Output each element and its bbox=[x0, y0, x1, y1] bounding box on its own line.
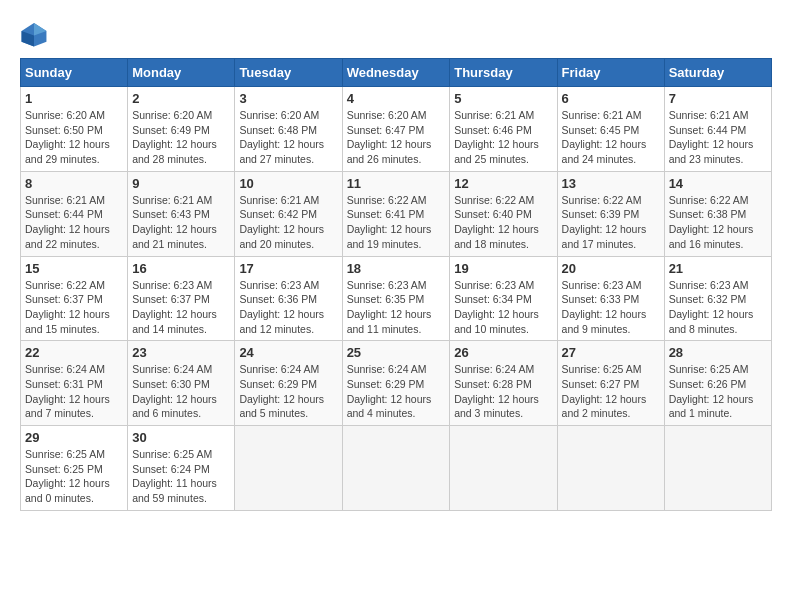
day-cell: 11Sunrise: 6:22 AM Sunset: 6:41 PM Dayli… bbox=[342, 171, 450, 256]
day-number: 10 bbox=[239, 176, 337, 191]
day-cell: 5Sunrise: 6:21 AM Sunset: 6:46 PM Daylig… bbox=[450, 87, 557, 172]
day-number: 4 bbox=[347, 91, 446, 106]
week-row-1: 1Sunrise: 6:20 AM Sunset: 6:50 PM Daylig… bbox=[21, 87, 772, 172]
week-row-5: 29Sunrise: 6:25 AM Sunset: 6:25 PM Dayli… bbox=[21, 426, 772, 511]
day-cell: 25Sunrise: 6:24 AM Sunset: 6:29 PM Dayli… bbox=[342, 341, 450, 426]
day-cell: 29Sunrise: 6:25 AM Sunset: 6:25 PM Dayli… bbox=[21, 426, 128, 511]
day-cell: 1Sunrise: 6:20 AM Sunset: 6:50 PM Daylig… bbox=[21, 87, 128, 172]
day-cell: 3Sunrise: 6:20 AM Sunset: 6:48 PM Daylig… bbox=[235, 87, 342, 172]
day-number: 2 bbox=[132, 91, 230, 106]
day-cell bbox=[450, 426, 557, 511]
day-cell: 30Sunrise: 6:25 AM Sunset: 6:24 PM Dayli… bbox=[128, 426, 235, 511]
day-info: Sunrise: 6:20 AM Sunset: 6:48 PM Dayligh… bbox=[239, 108, 337, 167]
column-header-monday: Monday bbox=[128, 59, 235, 87]
day-cell: 12Sunrise: 6:22 AM Sunset: 6:40 PM Dayli… bbox=[450, 171, 557, 256]
day-info: Sunrise: 6:24 AM Sunset: 6:31 PM Dayligh… bbox=[25, 362, 123, 421]
day-info: Sunrise: 6:22 AM Sunset: 6:38 PM Dayligh… bbox=[669, 193, 767, 252]
day-number: 3 bbox=[239, 91, 337, 106]
day-number: 24 bbox=[239, 345, 337, 360]
day-cell: 6Sunrise: 6:21 AM Sunset: 6:45 PM Daylig… bbox=[557, 87, 664, 172]
day-info: Sunrise: 6:25 AM Sunset: 6:25 PM Dayligh… bbox=[25, 447, 123, 506]
day-info: Sunrise: 6:21 AM Sunset: 6:44 PM Dayligh… bbox=[669, 108, 767, 167]
day-info: Sunrise: 6:23 AM Sunset: 6:35 PM Dayligh… bbox=[347, 278, 446, 337]
day-cell: 16Sunrise: 6:23 AM Sunset: 6:37 PM Dayli… bbox=[128, 256, 235, 341]
column-header-thursday: Thursday bbox=[450, 59, 557, 87]
day-cell: 19Sunrise: 6:23 AM Sunset: 6:34 PM Dayli… bbox=[450, 256, 557, 341]
day-cell bbox=[342, 426, 450, 511]
day-cell: 17Sunrise: 6:23 AM Sunset: 6:36 PM Dayli… bbox=[235, 256, 342, 341]
day-number: 5 bbox=[454, 91, 552, 106]
week-row-4: 22Sunrise: 6:24 AM Sunset: 6:31 PM Dayli… bbox=[21, 341, 772, 426]
day-number: 27 bbox=[562, 345, 660, 360]
day-info: Sunrise: 6:22 AM Sunset: 6:40 PM Dayligh… bbox=[454, 193, 552, 252]
day-cell: 13Sunrise: 6:22 AM Sunset: 6:39 PM Dayli… bbox=[557, 171, 664, 256]
column-header-saturday: Saturday bbox=[664, 59, 771, 87]
calendar-table: SundayMondayTuesdayWednesdayThursdayFrid… bbox=[20, 58, 772, 511]
day-info: Sunrise: 6:25 AM Sunset: 6:27 PM Dayligh… bbox=[562, 362, 660, 421]
day-cell: 4Sunrise: 6:20 AM Sunset: 6:47 PM Daylig… bbox=[342, 87, 450, 172]
day-info: Sunrise: 6:24 AM Sunset: 6:30 PM Dayligh… bbox=[132, 362, 230, 421]
day-number: 11 bbox=[347, 176, 446, 191]
day-info: Sunrise: 6:21 AM Sunset: 6:45 PM Dayligh… bbox=[562, 108, 660, 167]
logo bbox=[20, 20, 52, 48]
page-header bbox=[20, 20, 772, 48]
day-number: 15 bbox=[25, 261, 123, 276]
day-number: 7 bbox=[669, 91, 767, 106]
day-info: Sunrise: 6:22 AM Sunset: 6:37 PM Dayligh… bbox=[25, 278, 123, 337]
day-number: 23 bbox=[132, 345, 230, 360]
day-info: Sunrise: 6:20 AM Sunset: 6:49 PM Dayligh… bbox=[132, 108, 230, 167]
day-number: 29 bbox=[25, 430, 123, 445]
day-cell: 28Sunrise: 6:25 AM Sunset: 6:26 PM Dayli… bbox=[664, 341, 771, 426]
day-cell: 26Sunrise: 6:24 AM Sunset: 6:28 PM Dayli… bbox=[450, 341, 557, 426]
day-cell: 22Sunrise: 6:24 AM Sunset: 6:31 PM Dayli… bbox=[21, 341, 128, 426]
day-number: 16 bbox=[132, 261, 230, 276]
column-header-sunday: Sunday bbox=[21, 59, 128, 87]
column-header-tuesday: Tuesday bbox=[235, 59, 342, 87]
day-number: 13 bbox=[562, 176, 660, 191]
day-number: 18 bbox=[347, 261, 446, 276]
day-number: 20 bbox=[562, 261, 660, 276]
day-cell: 18Sunrise: 6:23 AM Sunset: 6:35 PM Dayli… bbox=[342, 256, 450, 341]
day-cell: 15Sunrise: 6:22 AM Sunset: 6:37 PM Dayli… bbox=[21, 256, 128, 341]
day-cell: 9Sunrise: 6:21 AM Sunset: 6:43 PM Daylig… bbox=[128, 171, 235, 256]
day-number: 1 bbox=[25, 91, 123, 106]
day-info: Sunrise: 6:20 AM Sunset: 6:47 PM Dayligh… bbox=[347, 108, 446, 167]
day-cell: 23Sunrise: 6:24 AM Sunset: 6:30 PM Dayli… bbox=[128, 341, 235, 426]
day-info: Sunrise: 6:22 AM Sunset: 6:41 PM Dayligh… bbox=[347, 193, 446, 252]
day-number: 25 bbox=[347, 345, 446, 360]
day-info: Sunrise: 6:21 AM Sunset: 6:43 PM Dayligh… bbox=[132, 193, 230, 252]
day-info: Sunrise: 6:20 AM Sunset: 6:50 PM Dayligh… bbox=[25, 108, 123, 167]
day-number: 17 bbox=[239, 261, 337, 276]
day-number: 6 bbox=[562, 91, 660, 106]
day-info: Sunrise: 6:23 AM Sunset: 6:37 PM Dayligh… bbox=[132, 278, 230, 337]
day-info: Sunrise: 6:23 AM Sunset: 6:36 PM Dayligh… bbox=[239, 278, 337, 337]
day-info: Sunrise: 6:24 AM Sunset: 6:28 PM Dayligh… bbox=[454, 362, 552, 421]
day-cell: 7Sunrise: 6:21 AM Sunset: 6:44 PM Daylig… bbox=[664, 87, 771, 172]
day-info: Sunrise: 6:25 AM Sunset: 6:26 PM Dayligh… bbox=[669, 362, 767, 421]
column-header-friday: Friday bbox=[557, 59, 664, 87]
day-number: 14 bbox=[669, 176, 767, 191]
day-number: 9 bbox=[132, 176, 230, 191]
column-header-wednesday: Wednesday bbox=[342, 59, 450, 87]
day-info: Sunrise: 6:23 AM Sunset: 6:34 PM Dayligh… bbox=[454, 278, 552, 337]
day-cell: 27Sunrise: 6:25 AM Sunset: 6:27 PM Dayli… bbox=[557, 341, 664, 426]
day-cell: 8Sunrise: 6:21 AM Sunset: 6:44 PM Daylig… bbox=[21, 171, 128, 256]
day-info: Sunrise: 6:24 AM Sunset: 6:29 PM Dayligh… bbox=[347, 362, 446, 421]
day-cell: 2Sunrise: 6:20 AM Sunset: 6:49 PM Daylig… bbox=[128, 87, 235, 172]
day-cell: 10Sunrise: 6:21 AM Sunset: 6:42 PM Dayli… bbox=[235, 171, 342, 256]
day-info: Sunrise: 6:22 AM Sunset: 6:39 PM Dayligh… bbox=[562, 193, 660, 252]
day-info: Sunrise: 6:21 AM Sunset: 6:42 PM Dayligh… bbox=[239, 193, 337, 252]
day-info: Sunrise: 6:25 AM Sunset: 6:24 PM Dayligh… bbox=[132, 447, 230, 506]
week-row-3: 15Sunrise: 6:22 AM Sunset: 6:37 PM Dayli… bbox=[21, 256, 772, 341]
day-info: Sunrise: 6:23 AM Sunset: 6:33 PM Dayligh… bbox=[562, 278, 660, 337]
day-number: 28 bbox=[669, 345, 767, 360]
day-number: 30 bbox=[132, 430, 230, 445]
day-info: Sunrise: 6:23 AM Sunset: 6:32 PM Dayligh… bbox=[669, 278, 767, 337]
day-cell bbox=[664, 426, 771, 511]
day-number: 12 bbox=[454, 176, 552, 191]
day-number: 26 bbox=[454, 345, 552, 360]
day-number: 8 bbox=[25, 176, 123, 191]
day-cell: 24Sunrise: 6:24 AM Sunset: 6:29 PM Dayli… bbox=[235, 341, 342, 426]
calendar-header-row: SundayMondayTuesdayWednesdayThursdayFrid… bbox=[21, 59, 772, 87]
day-number: 22 bbox=[25, 345, 123, 360]
